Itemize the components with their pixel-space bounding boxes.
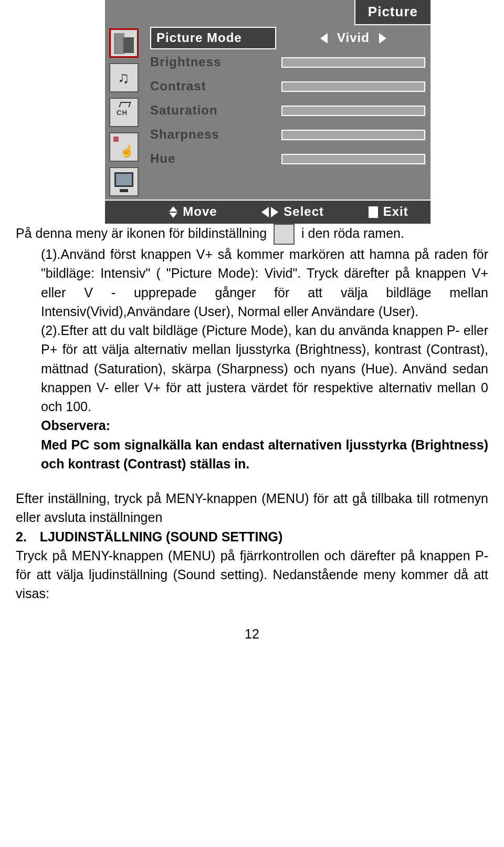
exit-icon xyxy=(369,206,378,218)
up-down-arrows-icon xyxy=(169,206,177,218)
osd-label: Sharpness xyxy=(150,126,276,144)
osd-label: Hue xyxy=(150,150,276,168)
picture-category-icon[interactable] xyxy=(109,28,139,58)
osd-row-sharpness[interactable]: Sharpness xyxy=(150,123,425,147)
left-right-arrows-icon xyxy=(261,207,278,217)
footer-move: Move xyxy=(169,203,217,221)
observera-body: Med PC som signalkälla kan endast altern… xyxy=(16,435,488,474)
osd-body: Picture Mode Vivid Brightness Contrast S… xyxy=(105,25,430,200)
sound-category-icon[interactable] xyxy=(109,63,139,92)
arrow-left-icon[interactable] xyxy=(320,33,328,44)
inline-picture-icon xyxy=(274,224,295,245)
slider-bar[interactable] xyxy=(281,106,425,116)
osd-label: Saturation xyxy=(150,101,276,120)
osd-titlebar: Picture xyxy=(105,0,430,25)
osd-row-hue[interactable]: Hue xyxy=(150,147,425,171)
channel-category-icon[interactable] xyxy=(109,98,139,127)
osd-label: Picture Mode xyxy=(150,27,276,49)
osd-value: Vivid xyxy=(337,29,370,47)
osd-row-saturation[interactable]: Saturation xyxy=(150,99,425,123)
osd-row-picture-mode[interactable]: Picture Mode Vivid xyxy=(150,26,425,50)
osd-label: Contrast xyxy=(150,77,276,96)
osd-row-brightness[interactable]: Brightness xyxy=(150,50,425,75)
slider-bar[interactable] xyxy=(281,154,425,164)
osd-label: Brightness xyxy=(150,53,276,71)
section-2-heading: 2. LJUDINSTÄLLNING (SOUND SETTING) xyxy=(16,527,488,546)
footer-select-label: Select xyxy=(284,203,324,221)
slider-bar[interactable] xyxy=(281,57,425,68)
observera-heading: Observera: xyxy=(16,416,488,435)
osd-footer: Move Select Exit xyxy=(105,200,430,224)
osd-row-contrast[interactable]: Contrast xyxy=(150,75,425,99)
footer-select: Select xyxy=(261,203,324,221)
paragraph-2: (2).Efter att du valt bildläge (Picture … xyxy=(16,321,488,416)
footer-exit-label: Exit xyxy=(383,203,408,221)
section-2-body: Tryck på MENY-knappen (MENU) på fjärrkon… xyxy=(16,546,488,603)
osd-title: Picture xyxy=(354,0,432,25)
paragraph-1: (1).Använd först knappen V+ så kommer ma… xyxy=(16,245,488,321)
function-category-icon[interactable] xyxy=(109,132,139,162)
osd-settings-list: Picture Mode Vivid Brightness Contrast S… xyxy=(147,25,430,200)
arrow-right-icon[interactable] xyxy=(379,33,386,44)
intro-text-b: i den röda ramen. xyxy=(301,226,404,240)
page-number: 12 xyxy=(16,624,488,643)
intro-line: På denna meny är ikonen för bildinställn… xyxy=(16,224,488,245)
osd-panel: Picture Picture Mode Vivid Brightness xyxy=(105,0,430,224)
paragraph-3: Efter inställning, tryck på MENY-knappen… xyxy=(16,489,488,527)
slider-bar[interactable] xyxy=(281,81,425,92)
screen-category-icon[interactable] xyxy=(109,167,139,196)
document-body: På denna meny är ikonen för bildinställn… xyxy=(0,224,504,675)
footer-move-label: Move xyxy=(183,203,217,221)
intro-text-a: På denna meny är ikonen för bildinställn… xyxy=(16,226,267,240)
footer-exit: Exit xyxy=(369,203,408,221)
osd-value-selector[interactable]: Vivid xyxy=(281,29,425,47)
slider-bar[interactable] xyxy=(281,130,425,140)
osd-category-icons xyxy=(105,25,147,200)
